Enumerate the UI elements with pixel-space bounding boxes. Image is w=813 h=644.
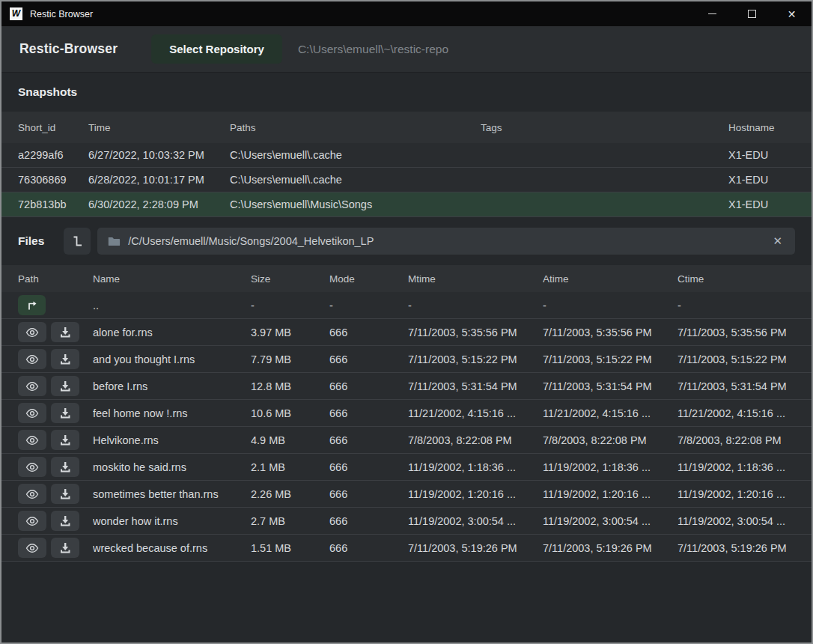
cell-name: ..	[93, 300, 251, 312]
files-table-body: .. - - - - - alone for.r	[1, 292, 812, 562]
cell-mode: 666	[329, 488, 408, 500]
download-icon	[58, 433, 73, 448]
download-file-button[interactable]	[51, 511, 79, 531]
cell-name: alone for.rns	[93, 326, 251, 338]
preview-file-button[interactable]	[18, 430, 46, 450]
cell-mtime: 7/11/2003, 5:31:54 PM	[408, 380, 543, 392]
download-file-button[interactable]	[51, 430, 79, 450]
parent-dir-row[interactable]: .. - - - - -	[1, 292, 812, 319]
cell-size: 3.97 MB	[251, 326, 329, 338]
column-size: Size	[251, 273, 329, 285]
preview-file-button[interactable]	[18, 538, 46, 558]
eye-icon	[25, 460, 40, 475]
download-file-button[interactable]	[51, 376, 79, 396]
minimize-button[interactable]	[692, 1, 732, 26]
file-row[interactable]: alone for.rns 3.97 MB 666 7/11/2003, 5:3…	[1, 319, 812, 346]
eye-icon	[25, 379, 40, 394]
snapshots-title: Snapshots	[18, 85, 77, 99]
cell-ctime: -	[678, 300, 795, 312]
cell-size: 2.1 MB	[251, 461, 329, 473]
cell-ctime: 7/11/2003, 5:31:54 PM	[678, 380, 795, 392]
cell-mtime: 11/19/2002, 1:20:16 ...	[408, 488, 543, 500]
download-file-button[interactable]	[51, 457, 79, 477]
column-hostname: Hostname	[728, 122, 795, 133]
preview-file-button[interactable]	[18, 484, 46, 504]
file-path-bar[interactable]: /C/Users/emuell/Music/Songs/2004_Helveti…	[97, 228, 795, 255]
snapshot-row[interactable]: a2299af6 6/27/2022, 10:03:32 PM C:\Users…	[1, 143, 812, 168]
cell-atime: 11/19/2002, 1:18:36 ...	[543, 461, 678, 473]
column-name: Name	[93, 273, 251, 285]
clear-path-button[interactable]: ✕	[770, 233, 785, 249]
cell-mode: -	[329, 300, 408, 312]
download-file-button[interactable]	[51, 349, 79, 369]
cell-mode: 666	[329, 542, 408, 554]
go-root-button[interactable]	[64, 228, 91, 255]
column-atime: Atime	[543, 273, 678, 285]
download-icon	[58, 379, 73, 394]
cell-mode: 666	[329, 515, 408, 527]
file-row[interactable]: feel home now !.rns 10.6 MB 666 11/21/20…	[1, 400, 812, 427]
preview-file-button[interactable]	[18, 376, 46, 396]
snapshot-row[interactable]: 76306869 6/28/2022, 10:01:17 PM C:\Users…	[1, 168, 812, 192]
wails-logo-icon: W	[10, 7, 22, 20]
cell-mode: 666	[329, 407, 408, 419]
file-row[interactable]: wonder how it.rns 2.7 MB 666 11/19/2002,…	[1, 508, 812, 535]
file-row[interactable]: Helvikone.rns 4.9 MB 666 7/8/2003, 8:22:…	[1, 427, 812, 454]
file-path-value: /C/Users/emuell/Music/Songs/2004_Helveti…	[128, 235, 770, 247]
select-repository-button[interactable]: Select Repository	[151, 34, 282, 64]
cell-size: 12.8 MB	[251, 380, 329, 392]
preview-file-button[interactable]	[18, 349, 46, 369]
maximize-button[interactable]	[732, 1, 772, 26]
app-window: W Restic Browser ✕ Restic-Browser Select…	[0, 0, 813, 644]
files-title: Files	[18, 234, 44, 248]
download-file-button[interactable]	[51, 403, 79, 423]
file-row[interactable]: and you thought I.rns 7.79 MB 666 7/11/2…	[1, 346, 812, 373]
download-icon	[58, 460, 73, 475]
file-row[interactable]: wrecked because of.rns 1.51 MB 666 7/11/…	[1, 535, 812, 562]
cell-name: sometimes better than.rns	[93, 488, 251, 500]
cell-mode: 666	[329, 461, 408, 473]
cell-mtime: 7/11/2003, 5:15:22 PM	[408, 353, 543, 365]
download-icon	[58, 541, 73, 556]
cell-name: and you thought I.rns	[93, 353, 251, 365]
eye-icon	[25, 433, 40, 448]
cell-atime: 11/19/2002, 1:20:16 ...	[543, 488, 678, 500]
up-dir-icon	[25, 298, 40, 313]
file-row[interactable]: before I.rns 12.8 MB 666 7/11/2003, 5:31…	[1, 373, 812, 400]
eye-icon	[25, 541, 40, 556]
cell-hostname: X1-EDU	[728, 198, 795, 210]
cell-ctime: 11/19/2002, 1:18:36 ...	[678, 461, 795, 473]
cell-mtime: 7/11/2003, 5:19:26 PM	[408, 542, 543, 554]
preview-file-button[interactable]	[18, 322, 46, 342]
download-file-button[interactable]	[51, 538, 79, 558]
snapshots-table-body: a2299af6 6/27/2022, 10:03:32 PM C:\Users…	[1, 143, 812, 217]
cell-name: wrecked because of.rns	[93, 542, 251, 554]
cell-size: 2.26 MB	[251, 488, 329, 500]
close-button[interactable]: ✕	[772, 1, 812, 26]
column-path: Path	[18, 273, 93, 285]
cell-atime: 7/11/2003, 5:15:22 PM	[543, 353, 678, 365]
go-up-button[interactable]	[18, 295, 46, 315]
cell-ctime: 11/19/2002, 3:00:54 ...	[678, 515, 795, 527]
file-row[interactable]: sometimes better than.rns 2.26 MB 666 11…	[1, 481, 812, 508]
preview-file-button[interactable]	[18, 403, 46, 423]
snapshot-row[interactable]: 72b813bb 6/30/2022, 2:28:09 PM C:\Users\…	[1, 192, 812, 217]
cell-mtime: 11/19/2002, 3:00:54 ...	[408, 515, 543, 527]
file-row[interactable]: moskito he said.rns 2.1 MB 666 11/19/200…	[1, 454, 812, 481]
preview-file-button[interactable]	[18, 511, 46, 531]
download-icon	[58, 406, 73, 421]
cell-mode: 666	[329, 434, 408, 446]
cell-time: 6/30/2022, 2:28:09 PM	[88, 198, 230, 210]
cell-mode: 666	[329, 380, 408, 392]
cell-mtime: -	[408, 300, 543, 312]
cell-paths: C:\Users\emuell\.cache	[230, 174, 481, 186]
app-title: Restic-Browser	[19, 41, 118, 57]
download-file-button[interactable]	[51, 484, 79, 504]
preview-file-button[interactable]	[18, 457, 46, 477]
empty-area	[1, 562, 812, 643]
download-file-button[interactable]	[51, 322, 79, 342]
eye-icon	[25, 514, 40, 529]
eye-icon	[25, 352, 40, 367]
go-root-icon	[70, 234, 85, 249]
eye-icon	[25, 406, 40, 421]
